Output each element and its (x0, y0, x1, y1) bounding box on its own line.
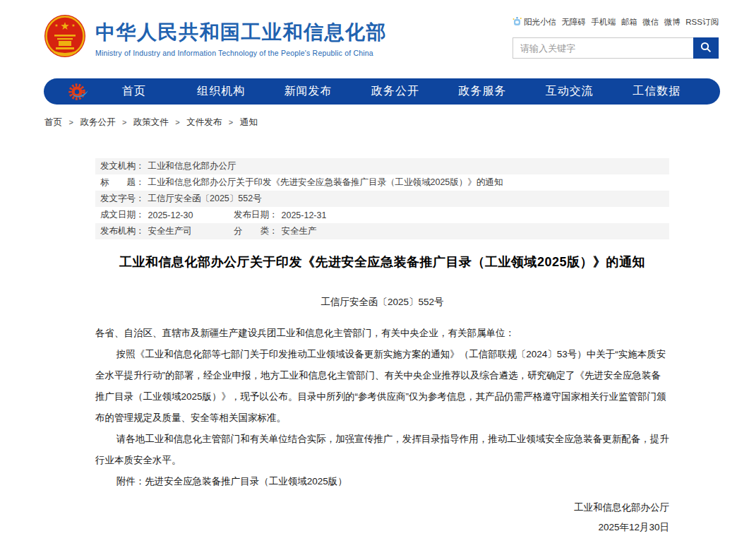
meta-label: 发文机构： (100, 160, 145, 172)
meta-value: 2025-12-31 (282, 210, 327, 220)
miit-gear-icon (68, 82, 90, 102)
utility-link-sunshine[interactable]: 阳光小信 (513, 16, 556, 28)
doc-meta-table: 发文机构： 工业和信息化部办公厅 标 题： 工业和信息化部办公厅关于印发《先进安… (95, 158, 669, 239)
utility-link-mobile[interactable]: 手机端 (592, 17, 616, 28)
site-brand[interactable]: ★ ★ ★ 中华人民共和国工业和信息化部 Ministry of Industr… (44, 14, 387, 61)
meta-cell: 发文机构： 工业和信息化部办公厅 (100, 160, 236, 172)
nav-items: 首页 组织机构 新闻发布 政务公开 政务服务 互动交流 工信数据 (90, 84, 700, 99)
utility-link-rss[interactable]: RSS订阅 (685, 17, 719, 28)
meta-value: 2025-12-30 (148, 210, 193, 220)
nav-item-miit-data[interactable]: 工信数据 (613, 84, 700, 99)
breadcrumb-gov-info[interactable]: 政务公开 (80, 117, 115, 127)
main-nav: 首页 组织机构 新闻发布 政务公开 政务服务 互动交流 工信数据 (44, 78, 720, 105)
doc-salutation: 各省、自治区、直辖市及新疆生产建设兵团工业和信息化主管部门，有关中央企业，有关部… (95, 323, 669, 344)
utility-link-label: 无障碍 (562, 17, 587, 28)
utility-link-accessibility[interactable]: 无障碍 (562, 17, 587, 28)
meta-label: 发布机构： (100, 225, 145, 237)
breadcrumb-separator: > (229, 118, 233, 126)
breadcrumb-home[interactable]: 首页 (44, 117, 62, 127)
meta-row-publisher-category: 发布机构： 安全生产司 分 类： 安全生产 (95, 223, 669, 239)
meta-label: 标 题： (100, 177, 145, 189)
meta-cell: 分 类： 安全生产 (234, 225, 317, 237)
breadcrumb-separator: > (68, 118, 73, 126)
nav-item-interaction[interactable]: 互动交流 (526, 84, 613, 99)
svg-text:★: ★ (60, 20, 69, 32)
doc-paragraph: 请各地工业和信息化主管部门和有关单位结合实际，加强宣传推广，发挥目录指导作用，推… (95, 429, 669, 471)
meta-cell: 发布机构： 安全生产司 (100, 225, 234, 237)
nav-item-news[interactable]: 新闻发布 (265, 84, 352, 99)
nav-item-gov-info[interactable]: 政务公开 (352, 84, 438, 99)
utility-link-label: RSS订阅 (685, 17, 719, 28)
search-bar (513, 37, 719, 59)
meta-cell: 成文日期： 2025-12-30 (100, 209, 234, 221)
meta-row-title: 标 题： 工业和信息化部办公厅关于印发《先进安全应急装备推广目录（工业领域202… (95, 174, 669, 191)
site-brand-text: 中华人民共和国工业和信息化部 Ministry of Industry and … (95, 14, 387, 61)
doc-signer: 工业和信息化部办公厅 (95, 498, 669, 518)
doc-date: 2025年12月30日 (95, 518, 669, 537)
utility-link-mail[interactable]: 邮箱 (621, 17, 637, 28)
meta-value: 工信厅安全函〔2025〕552号 (148, 193, 262, 205)
utility-link-label: 微信 (642, 17, 659, 28)
utility-links: 阳光小信 无障碍 手机端 邮箱 微信 微博 RSS订阅 (513, 16, 719, 28)
doc-body: 各省、自治区、直辖市及新疆生产建设兵团工业和信息化主管部门，有关中央企业，有关部… (95, 323, 669, 537)
utility-link-label: 手机端 (592, 17, 616, 28)
meta-row-dates: 成文日期： 2025-12-30 发布日期： 2025-12-31 (95, 207, 669, 223)
nav-item-home[interactable]: 首页 (90, 84, 177, 99)
utility-link-wechat[interactable]: 微信 (642, 17, 659, 28)
doc-number: 工信厅安全函〔2025〕552号 (95, 296, 669, 309)
meta-value: 安全生产司 (148, 225, 193, 237)
meta-value: 工业和信息化部办公厅 (148, 160, 236, 172)
breadcrumb-policy-files[interactable]: 政策文件 (133, 117, 169, 127)
breadcrumb-file-release[interactable]: 文件发布 (186, 117, 222, 127)
breadcrumb-notice[interactable]: 通知 (240, 117, 258, 127)
utility-link-label: 阳光小信 (524, 17, 556, 28)
site-subtitle-en: Ministry of Industry and Information Tec… (95, 49, 387, 57)
breadcrumb: 首页 > 政务公开 > 政策文件 > 文件发布 > 通知 (44, 117, 737, 129)
meta-label: 发文字号： (100, 193, 145, 205)
search-input[interactable] (513, 38, 694, 58)
header-right: 阳光小信 无障碍 手机端 邮箱 微信 微博 RSS订阅 (513, 14, 719, 59)
meta-cell: 发布日期： 2025-12-31 (234, 209, 326, 221)
doc-paragraph: 按照《工业和信息化部等七部门关于印发推动工业领域设备更新实施方案的通知》（工信部… (95, 344, 669, 429)
meta-label: 发布日期： (234, 209, 278, 221)
nav-item-gov-services[interactable]: 政务服务 (439, 84, 526, 99)
meta-cell: 发文字号： 工信厅安全函〔2025〕552号 (100, 193, 262, 205)
breadcrumb-separator: > (175, 118, 179, 126)
meta-value: 安全生产 (282, 225, 317, 237)
nav-item-organization[interactable]: 组织机构 (177, 84, 264, 99)
meta-cell: 标 题： 工业和信息化部办公厅关于印发《先进安全应急装备推广目录（工业领域202… (100, 177, 503, 189)
svg-text:★: ★ (54, 23, 58, 28)
utility-link-weibo[interactable]: 微博 (664, 17, 681, 28)
meta-label: 分 类： (234, 225, 278, 237)
doc-attachment-link[interactable]: 附件：先进安全应急装备推广目录（工业领域2025版） (95, 471, 669, 492)
meta-label: 成文日期： (100, 209, 145, 221)
utility-link-label: 微博 (664, 17, 681, 28)
site-header: ★ ★ ★ 中华人民共和国工业和信息化部 Ministry of Industr… (0, 0, 737, 61)
site-title: 中华人民共和国工业和信息化部 (95, 19, 387, 46)
breadcrumb-separator: > (122, 118, 126, 126)
doc-signature: 工业和信息化部办公厅 2025年12月30日 (95, 498, 669, 537)
search-button[interactable] (693, 37, 719, 59)
mascot-icon (513, 16, 522, 28)
meta-row-issuing-office: 发文机构： 工业和信息化部办公厅 (95, 158, 669, 174)
national-emblem-logo: ★ ★ ★ (44, 14, 86, 61)
doc-title: 工业和信息化部办公厅关于印发《先进安全应急装备推广目录（工业领域2025版）》的… (95, 254, 669, 270)
page: ★ ★ ★ 中华人民共和国工业和信息化部 Ministry of Industr… (0, 0, 737, 560)
meta-value: 工业和信息化部办公厅关于印发《先进安全应急装备推广目录（工业领域2025版）》的… (148, 177, 503, 189)
meta-row-doc-number: 发文字号： 工信厅安全函〔2025〕552号 (95, 191, 669, 207)
svg-text:★: ★ (71, 23, 75, 28)
search-icon (700, 42, 712, 55)
utility-link-label: 邮箱 (621, 17, 637, 28)
document-area: 发文机构： 工业和信息化部办公厅 标 题： 工业和信息化部办公厅关于印发《先进安… (95, 158, 669, 537)
